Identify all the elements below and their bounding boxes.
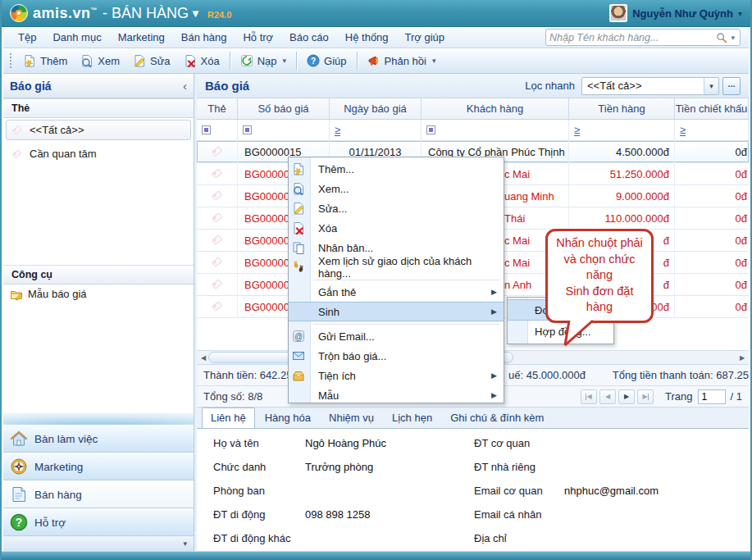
view-button[interactable]: Xem bbox=[74, 52, 126, 70]
submenu-arrow-icon: ▶ bbox=[491, 371, 497, 380]
sidebar-item-quote-template[interactable]: Mẫu báo giá bbox=[3, 285, 194, 304]
grid-title-bar: Báo giá Lọc nhanh <<Tất cả>> ▾ ... bbox=[197, 74, 749, 98]
compass-icon bbox=[10, 458, 28, 476]
context-menu-item-email[interactable]: Gửi Email... bbox=[289, 326, 504, 346]
customer-search-box: ▾ bbox=[545, 29, 741, 46]
column-header-tag[interactable]: Thẻ bbox=[197, 98, 238, 119]
mobile-value: 098 898 1258 bbox=[305, 508, 474, 532]
cell-amount: 9.000.000đ bbox=[569, 185, 675, 207]
page-first-button[interactable]: ◀ bbox=[581, 389, 597, 404]
quick-filter-more-button[interactable]: ... bbox=[722, 77, 741, 95]
sidebar-item-tag-all[interactable]: <<Tất cả>> bbox=[6, 120, 191, 140]
scroll-right-icon[interactable]: ▶ bbox=[736, 351, 749, 364]
search-options-caret-icon[interactable]: ▾ bbox=[729, 34, 736, 42]
menu-he-thong[interactable]: Hệ thống bbox=[337, 31, 397, 43]
mobile2-label: ĐT di động khác bbox=[213, 532, 305, 551]
context-menu-item-add[interactable]: Thêm... bbox=[289, 159, 504, 179]
filter-operator-customer-icon[interactable] bbox=[426, 125, 435, 134]
grid-header: Thẻ Số báo giá Ngày báo giá Khách hàng T… bbox=[197, 98, 749, 120]
title-bar: amis.vn™ - BÁN HÀNG ▼ R24.0 Nguyễn Như Q… bbox=[2, 0, 750, 27]
menu-marketing[interactable]: Marketing bbox=[110, 31, 173, 43]
sidebar-item-tag-care[interactable]: Cần quan tâm bbox=[6, 143, 191, 164]
menu-danh-muc[interactable]: Danh mục bbox=[44, 31, 109, 43]
context-menu-item-utility[interactable]: Tiện ích ▶ bbox=[289, 366, 504, 385]
nav-item-desktop[interactable]: Bàn làm việc bbox=[3, 425, 194, 453]
quick-filter-combo[interactable]: <<Tất cả>> ▾ bbox=[581, 77, 719, 95]
add-button[interactable]: Thêm bbox=[16, 52, 74, 70]
tools-section-header: Công cụ bbox=[3, 265, 194, 285]
column-header-customer[interactable]: Khách hàng bbox=[422, 98, 569, 119]
nav-item-support[interactable]: Hỗ trợ bbox=[3, 508, 194, 536]
nav-options-caret-icon[interactable]: ▾ bbox=[183, 540, 187, 548]
quick-filter-caret-icon[interactable]: ▾ bbox=[704, 78, 718, 94]
page-next-button[interactable]: ▶ bbox=[618, 389, 635, 404]
context-menu-item-merge[interactable]: Trộn báo giá... bbox=[289, 346, 504, 366]
edit-button[interactable]: Sửa bbox=[126, 52, 177, 70]
menu-ho-tro[interactable]: Hỗ trợ bbox=[235, 31, 281, 43]
office-email-label: Email cơ quan bbox=[474, 485, 564, 508]
sidebar-spacer bbox=[3, 166, 194, 265]
home-phone-value bbox=[564, 461, 749, 485]
reload-button[interactable]: Nạp ▾ bbox=[234, 52, 293, 70]
contact-detail-panel: Họ và tên Ngô Hoàng Phúc Chức danh Trưởn… bbox=[197, 428, 749, 551]
tab-goods[interactable]: Hàng hóa bbox=[257, 408, 319, 428]
context-menu-item-template[interactable]: Mẫu ▶ bbox=[289, 385, 504, 405]
tab-appointments[interactable]: Lịch hẹn bbox=[384, 408, 440, 428]
menu-ban-hang[interactable]: Bán hàng bbox=[173, 31, 235, 43]
context-menu-item-generate[interactable]: Sinh ▶ bbox=[289, 302, 504, 321]
filter-operator-amount-icon[interactable]: ≥ bbox=[574, 125, 580, 136]
reload-icon bbox=[240, 54, 253, 67]
context-menu-item-tag[interactable]: Gắn thẻ ▶ bbox=[289, 282, 504, 302]
menu-tro-giup[interactable]: Trợ giúp bbox=[397, 31, 453, 43]
cell-discount: 0đ bbox=[675, 252, 749, 273]
trademark: ™ bbox=[91, 7, 98, 14]
menu-tep[interactable]: Tệp bbox=[10, 31, 44, 43]
office-phone-label: ĐT cơ quan bbox=[474, 437, 564, 461]
search-icon[interactable] bbox=[716, 32, 727, 43]
page-number-input[interactable] bbox=[698, 389, 726, 404]
total-tax-label: uế: 45.000.000đ bbox=[508, 369, 586, 381]
sidebar-collapse-icon[interactable]: ‹ bbox=[183, 79, 187, 93]
search-input[interactable] bbox=[549, 32, 714, 43]
submenu-arrow-icon: ▶ bbox=[491, 391, 497, 399]
footprints-icon bbox=[292, 261, 305, 274]
filter-operator-discount-icon[interactable]: ≥ bbox=[680, 125, 686, 136]
filter-operator-tag-icon[interactable] bbox=[202, 125, 211, 134]
jobtitle-value: Trưởng phòng bbox=[305, 461, 474, 485]
tab-notes[interactable]: Ghi chú & đính kèm bbox=[442, 408, 552, 428]
personal-email-value bbox=[564, 508, 749, 532]
column-header-number[interactable]: Số báo giá bbox=[238, 98, 330, 119]
total-payment-label: Tổng tiền thanh toán: 687.25 bbox=[613, 369, 749, 381]
cell-amount: 110.000.000đ bbox=[569, 207, 675, 229]
tab-tasks[interactable]: Nhiệm vụ bbox=[321, 408, 382, 428]
filter-operator-date-icon[interactable]: ≥ bbox=[335, 125, 340, 136]
context-menu-item-delete[interactable]: Xóa bbox=[289, 218, 504, 238]
office-phone-value bbox=[564, 437, 749, 461]
context-menu-item-history[interactable]: Xem lịch sử giao dịch của khách hàng... bbox=[289, 257, 504, 277]
app-switcher-caret-icon[interactable]: ▼ bbox=[190, 7, 201, 20]
nav-item-marketing[interactable]: Marketing bbox=[3, 453, 194, 480]
nav-item-sales[interactable]: Bán hàng bbox=[3, 480, 194, 508]
delete-icon bbox=[292, 221, 305, 234]
quick-filter-value: <<Tất cả>> bbox=[582, 80, 704, 92]
callout-line: và chọn chức năng bbox=[551, 252, 648, 284]
department-value bbox=[305, 485, 474, 508]
home-phone-label: ĐT nhà riêng bbox=[474, 461, 564, 485]
page-prev-button[interactable]: ◀ bbox=[599, 389, 616, 404]
version-label: R24.0 bbox=[207, 10, 231, 20]
page-last-button[interactable]: ▶ bbox=[637, 389, 654, 404]
context-menu-item-view[interactable]: Xem... bbox=[289, 179, 504, 198]
mobile-label: ĐT di động bbox=[213, 508, 305, 532]
column-header-date[interactable]: Ngày báo giá bbox=[330, 98, 422, 119]
context-menu-item-edit[interactable]: Sửa... bbox=[289, 198, 504, 218]
help-button[interactable]: Giúp bbox=[300, 52, 353, 70]
delete-button[interactable]: Xóa bbox=[177, 52, 226, 70]
column-header-discount[interactable]: Tiền chiết khấu bbox=[675, 98, 749, 119]
tab-contact[interactable]: Liên hệ bbox=[202, 407, 255, 429]
cell-amount: 51.250.000đ bbox=[569, 163, 675, 184]
menu-bao-cao[interactable]: Báo cáo bbox=[281, 31, 337, 43]
filter-operator-number-icon[interactable] bbox=[243, 125, 252, 134]
column-header-amount[interactable]: Tiền hàng bbox=[569, 98, 675, 119]
user-menu[interactable]: Nguyễn Như Quỳnh ▾ bbox=[609, 4, 742, 22]
feedback-button[interactable]: Phản hồi ▾ bbox=[361, 52, 443, 70]
